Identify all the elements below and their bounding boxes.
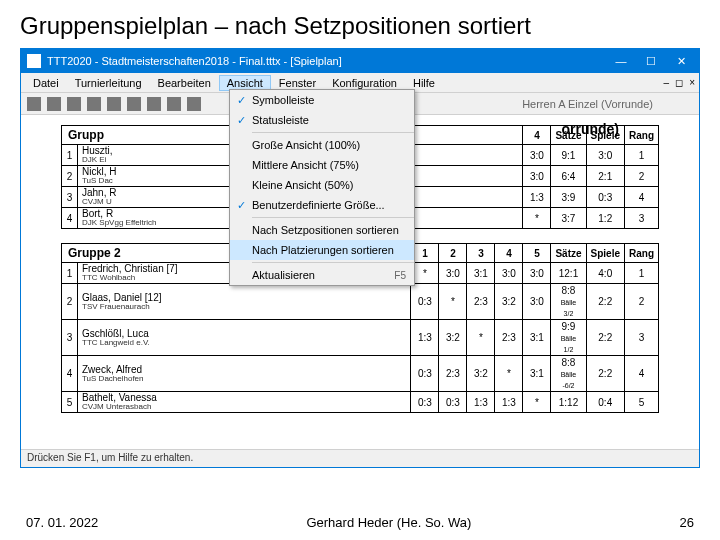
tool-icon-5[interactable] bbox=[107, 97, 121, 111]
footer-page: 26 bbox=[680, 515, 694, 530]
dropdown-item[interactable]: Nach Setzpositionen sortieren bbox=[230, 220, 414, 240]
heading-partial: orrunde) bbox=[561, 121, 619, 137]
dropdown-item[interactable]: Nach Platzierungen sortieren bbox=[230, 240, 414, 260]
app-window: TTT2020 - Stadtmeisterschaften2018 - Fin… bbox=[20, 48, 700, 468]
footer-author: Gerhard Heder (He. So. Wa) bbox=[306, 515, 471, 530]
dropdown-item[interactable]: ✓Statusleiste bbox=[230, 110, 414, 130]
tool-icon-7[interactable] bbox=[147, 97, 161, 111]
app-icon bbox=[27, 54, 41, 68]
dropdown-item[interactable]: Große Ansicht (100%) bbox=[230, 135, 414, 155]
dropdown-item[interactable]: ✓Benutzerdefinierte Größe... bbox=[230, 195, 414, 215]
footer-date: 07. 01. 2022 bbox=[26, 515, 98, 530]
maximize-button[interactable]: ☐ bbox=[645, 55, 657, 67]
dropdown-item[interactable]: Kleine Ansicht (50%) bbox=[230, 175, 414, 195]
dropdown-item[interactable]: Mittlere Ansicht (75%) bbox=[230, 155, 414, 175]
titlebar: TTT2020 - Stadtmeisterschaften2018 - Fin… bbox=[21, 49, 699, 73]
menu-turnierleitung[interactable]: Turnierleitung bbox=[67, 75, 150, 91]
menu-datei[interactable]: Datei bbox=[25, 75, 67, 91]
window-title: TTT2020 - Stadtmeisterschaften2018 - Fin… bbox=[47, 55, 615, 67]
slide-footer: 07. 01. 2022 Gerhard Heder (He. So. Wa) … bbox=[0, 515, 720, 530]
tool-icon-2[interactable] bbox=[47, 97, 61, 111]
mdi-restore-icon[interactable]: ◻ bbox=[675, 77, 683, 88]
tool-icon-9[interactable] bbox=[187, 97, 201, 111]
statusbar: Drücken Sie F1, um Hilfe zu erhalten. bbox=[21, 449, 699, 467]
tool-icon-1[interactable] bbox=[27, 97, 41, 111]
mdi-minimize-icon[interactable]: – bbox=[664, 77, 670, 88]
mdi-close-icon[interactable]: × bbox=[689, 77, 695, 88]
tool-icon-3[interactable] bbox=[67, 97, 81, 111]
tool-icon-6[interactable] bbox=[127, 97, 141, 111]
tool-icon-4[interactable] bbox=[87, 97, 101, 111]
dropdown-item[interactable]: ✓Symbolleiste bbox=[230, 90, 414, 110]
menu-bearbeiten[interactable]: Bearbeiten bbox=[150, 75, 219, 91]
dropdown-item[interactable]: AktualisierenF5 bbox=[230, 265, 414, 285]
ansicht-dropdown: ✓Symbolleiste✓StatusleisteGroße Ansicht … bbox=[229, 89, 415, 286]
tool-icon-8[interactable] bbox=[167, 97, 181, 111]
slide-title: Gruppenspielplan – nach Setzpositionen s… bbox=[0, 0, 720, 48]
minimize-button[interactable]: — bbox=[615, 55, 627, 67]
toolbar-context: Herren A Einzel (Vorrunde) bbox=[522, 98, 653, 110]
close-button[interactable]: ✕ bbox=[675, 55, 687, 67]
